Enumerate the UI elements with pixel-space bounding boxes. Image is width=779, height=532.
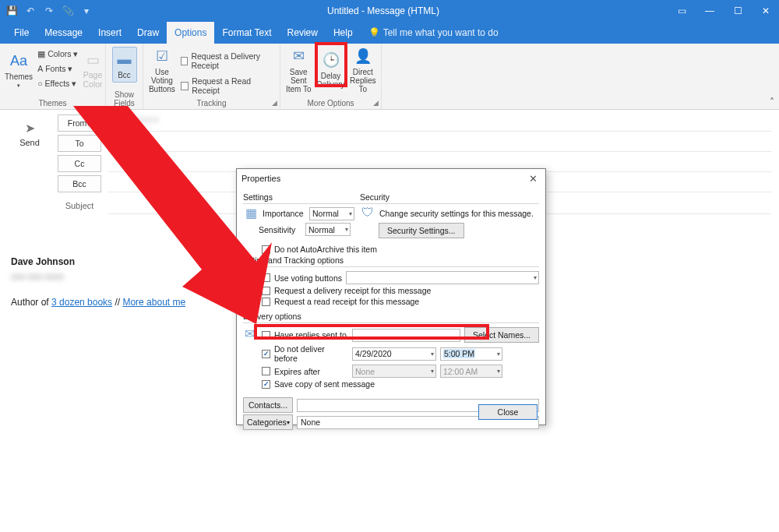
to-field[interactable] — [108, 135, 771, 152]
page-color-button[interactable]: ▭ Page Color — [83, 47, 102, 93]
tab-help[interactable]: Help — [326, 22, 361, 44]
close-button[interactable]: Close — [478, 404, 538, 420]
signature-author-prefix: Author of — [11, 297, 51, 308]
signature-sep: // — [112, 297, 122, 308]
bcc-button[interactable]: Bcc — [58, 175, 101, 192]
group-more-options-label: More Options — [285, 99, 376, 109]
autoarchive-label: Do not AutoArchive this item — [274, 245, 377, 254]
save-icon[interactable]: 💾 — [3, 2, 20, 19]
cc-button[interactable]: Cc — [58, 155, 101, 172]
voting-icon: ☑ — [153, 48, 171, 66]
settings-header: Settings — [243, 192, 360, 202]
maximize-icon[interactable]: ☐ — [728, 3, 748, 19]
checkbox-icon — [181, 82, 189, 90]
security-header: Security — [360, 192, 539, 202]
expires-date[interactable]: None — [352, 365, 436, 378]
bcc-label: Bcc — [118, 71, 131, 79]
effects-button[interactable]: ○Effects ▾ — [37, 76, 78, 90]
delay-delivery-label: Delay Delivery — [316, 72, 344, 89]
tab-insert[interactable]: Insert — [90, 22, 129, 44]
window-controls: ▭ — ☐ ✕ — [671, 3, 776, 19]
voting-options-select[interactable] — [346, 271, 539, 284]
req-read-checkbox[interactable] — [262, 298, 270, 306]
minimize-icon[interactable]: — — [700, 3, 720, 19]
req-delivery-checkbox[interactable] — [262, 287, 270, 295]
themes-button[interactable]: Aa Themes ▾ — [5, 47, 33, 93]
dialog-title: Properties — [241, 174, 280, 183]
send-label: Send — [19, 138, 40, 147]
dialog-launcher-icon[interactable]: ◢ — [373, 99, 379, 107]
collapse-ribbon-icon[interactable]: ˄ — [770, 97, 774, 107]
tell-me-label: Tell me what you want to do — [383, 27, 499, 38]
ribbon-options-icon[interactable]: ▭ — [671, 3, 692, 19]
save-copy-checkbox[interactable] — [262, 380, 270, 389]
voting-tracking-header: Voting and Tracking options — [243, 255, 539, 265]
have-replies-field[interactable] — [352, 329, 460, 342]
bcc-button[interactable]: ▬ Bcc — [112, 47, 137, 83]
signature-link-about[interactable]: More about me — [122, 297, 185, 308]
use-voting-checkbox[interactable] — [262, 273, 270, 282]
importance-label: Importance — [263, 209, 305, 218]
send-icon: ➤ — [25, 121, 35, 136]
tab-review[interactable]: Review — [280, 22, 326, 44]
do-not-deliver-checkbox[interactable] — [262, 350, 270, 358]
undo-icon[interactable]: ↶ — [22, 2, 39, 19]
from-field[interactable]: xxxxxxxxxxxx — [108, 115, 771, 132]
do-not-deliver-date[interactable]: 4/29/2020 — [352, 347, 436, 361]
signature-phone: xxx-xxx-xxxx — [11, 270, 185, 284]
dialog-close-icon[interactable]: ✕ — [525, 171, 541, 185]
delivery-icon: ✉ — [241, 326, 257, 342]
autoarchive-checkbox[interactable] — [262, 245, 270, 254]
sensitivity-select[interactable]: Normal — [305, 223, 351, 236]
attach-icon[interactable]: 📎 — [59, 2, 76, 19]
delay-delivery-button[interactable]: 🕒 Delay Delivery — [316, 47, 344, 93]
request-delivery-receipt[interactable]: Request a Delivery Receipt — [181, 51, 275, 70]
bcc-icon: ▬ — [115, 51, 134, 69]
page-color-icon: ▭ — [83, 51, 102, 69]
to-button[interactable]: To — [58, 135, 101, 152]
dialog-launcher-icon[interactable]: ◢ — [272, 99, 277, 107]
expires-time[interactable]: 12:00 AM — [440, 365, 502, 378]
tab-file[interactable]: File — [6, 22, 37, 44]
expires-checkbox[interactable] — [262, 367, 270, 375]
signature-link-books[interactable]: 3 dozen books — [51, 297, 112, 308]
do-not-deliver-time[interactable]: 5:00 PM — [440, 347, 502, 361]
categories-button[interactable]: Categories▾ — [243, 414, 293, 430]
properties-dialog: Properties ✕ Settings ▦ Importance Norma… — [236, 168, 546, 425]
qat-customize-icon[interactable]: ▾ — [78, 2, 95, 19]
colors-button[interactable]: ▦Colors ▾ — [37, 47, 78, 61]
importance-select[interactable]: Normal — [309, 207, 354, 220]
themes-label: Themes — [5, 72, 33, 81]
tab-options[interactable]: Options — [167, 22, 214, 44]
delivery-options-header: Delivery options — [243, 312, 539, 321]
request-read-receipt[interactable]: Request a Read Receipt — [181, 76, 275, 95]
have-replies-checkbox[interactable] — [262, 331, 270, 340]
tab-draw[interactable]: Draw — [129, 22, 167, 44]
subject-label: Subject — [58, 201, 101, 210]
save-sent-label: Save Sent Item To — [285, 68, 312, 93]
save-sent-item-button[interactable]: ✉ Save Sent Item To — [285, 47, 312, 93]
select-names-button[interactable]: Select Names... — [464, 327, 539, 343]
have-replies-label: Have replies sent to — [274, 330, 348, 340]
security-message: Change security settings for this messag… — [379, 209, 534, 218]
tab-message[interactable]: Message — [37, 22, 90, 44]
direct-replies-button[interactable]: 👤 Direct Replies To — [350, 47, 376, 93]
lightbulb-icon: 💡 — [368, 27, 380, 38]
fonts-button[interactable]: AFonts ▾ — [37, 62, 78, 76]
close-icon[interactable]: ✕ — [756, 3, 776, 19]
redo-icon[interactable]: ↷ — [41, 2, 58, 19]
contacts-button[interactable]: Contacts... — [243, 397, 293, 413]
req-delivery-label: Request a delivery receipt for this mess… — [274, 286, 431, 295]
group-more-options: ✉ Save Sent Item To 🕒 Delay Delivery 👤 D… — [280, 44, 382, 109]
from-button[interactable]: From ▾ — [58, 115, 101, 132]
send-button[interactable]: ➤ Send — [8, 115, 51, 153]
save-copy-label: Save copy of sent message — [274, 379, 375, 389]
direct-replies-label: Direct Replies To — [350, 68, 376, 93]
tab-format-text[interactable]: Format Text — [214, 22, 279, 44]
group-tracking-label: Tracking — [148, 99, 275, 109]
security-settings-button[interactable]: Security Settings... — [379, 223, 464, 238]
group-themes: Aa Themes ▾ ▦Colors ▾ AFonts ▾ ○Effects … — [0, 44, 106, 109]
save-sent-icon: ✉ — [289, 48, 308, 66]
voting-buttons[interactable]: ☑ Use Voting Buttons — [148, 47, 176, 93]
tell-me-search[interactable]: 💡 Tell me what you want to do — [368, 22, 499, 44]
